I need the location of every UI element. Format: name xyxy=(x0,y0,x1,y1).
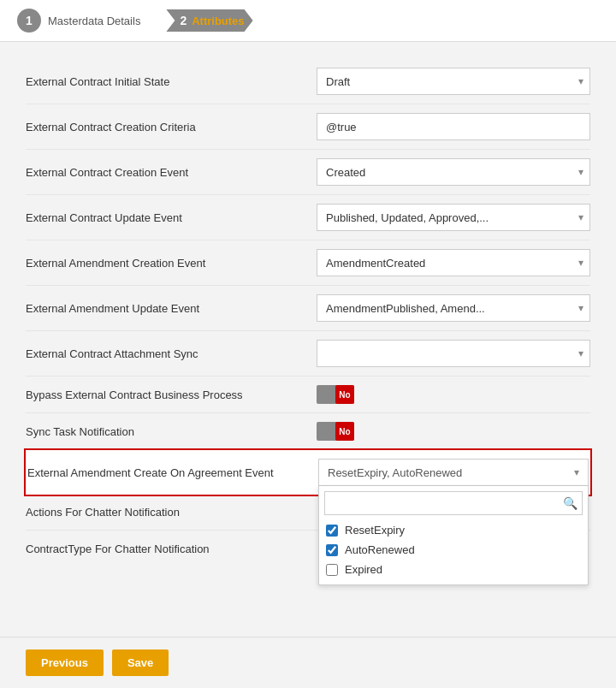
dropdown-search-wrap: 🔍 xyxy=(324,491,583,515)
field-row-creation-criteria: External Contract Creation Criteria xyxy=(26,104,590,150)
toggle-wrap-bypass: No xyxy=(317,385,590,404)
checkbox-expired[interactable] xyxy=(326,564,338,576)
search-icon: 🔍 xyxy=(563,496,578,510)
dropdown-option-resetexpiry: ResetExpiry xyxy=(324,520,583,540)
field-row-amendment-create-agreement-event: External Amendment Create On Agreement E… xyxy=(24,448,592,496)
step1-label: Masterdata Details xyxy=(48,15,140,27)
option-label-autorenewed: AutoRenewed xyxy=(345,543,415,556)
wizard-header: 1 Masterdata Details 2 Attributes xyxy=(0,0,616,42)
save-button[interactable]: Save xyxy=(112,649,169,676)
select-creation-event[interactable]: Created xyxy=(317,158,590,186)
field-row-amendment-creation-event: External Amendment Creation Event Amendm… xyxy=(26,240,590,286)
label-creation-event: External Contract Creation Event xyxy=(26,166,317,179)
toggle-sync-task-notification[interactable]: No xyxy=(317,422,354,441)
field-row-creation-event: External Contract Creation Event Created xyxy=(26,150,590,195)
control-update-event: Published, Updated, Approved,... xyxy=(317,204,590,231)
select-amendment-update-event[interactable]: AmendmentPublished, Amend... xyxy=(317,294,590,322)
label-attachment-sync: External Contract Attachment Sync xyxy=(26,347,317,360)
main-content: External Contract Initial State Draft Ex… xyxy=(0,42,616,637)
dropdown-option-autorenewed: AutoRenewed xyxy=(324,540,583,560)
label-amendment-creation-event: External Amendment Creation Event xyxy=(26,257,317,270)
step2-arrow-body[interactable]: 2 Attributes xyxy=(166,9,252,32)
dropdown-panel-agreement-event: 🔍 ResetExpiry AutoRenewed Expired xyxy=(318,486,589,585)
dropdown-option-expired: Expired xyxy=(324,560,583,579)
control-bypass-business-process: No xyxy=(317,385,590,404)
previous-button[interactable]: Previous xyxy=(26,649,104,676)
select-wrapper-update-event: Published, Updated, Approved,... xyxy=(317,204,590,231)
control-attachment-sync xyxy=(317,340,590,367)
select-wrapper-initial-state: Draft xyxy=(317,68,590,95)
footer-bar: Previous Save xyxy=(0,637,616,688)
field-row-attachment-sync: External Contract Attachment Sync xyxy=(26,331,590,377)
control-creation-criteria xyxy=(317,113,590,140)
select-update-event[interactable]: Published, Updated, Approved,... xyxy=(317,204,590,231)
control-amendment-update-event: AmendmentPublished, Amend... xyxy=(317,294,590,322)
page-container: 1 Masterdata Details 2 Attributes Extern… xyxy=(0,0,616,688)
field-row-sync-task-notification: Sync Task Notification No xyxy=(26,413,590,450)
dropdown-chevron-icon: ▾ xyxy=(574,466,579,478)
select-external-contract-initial-state[interactable]: Draft xyxy=(317,68,590,95)
control-external-contract-initial-state: Draft xyxy=(317,68,590,95)
checkbox-autorenewed[interactable] xyxy=(326,544,338,556)
input-creation-criteria[interactable] xyxy=(317,113,590,140)
label-sync-task-notification: Sync Task Notification xyxy=(26,425,317,438)
label-amendment-update-event: External Amendment Update Event xyxy=(26,302,317,315)
dropdown-selected-value: ResetExpiry, AutoRenewed xyxy=(328,466,462,479)
field-row-bypass-business-process: Bypass External Contract Business Proces… xyxy=(26,377,590,413)
toggle-thumb-sync: No xyxy=(335,422,354,441)
label-creation-criteria: External Contract Creation Criteria xyxy=(26,121,317,133)
label-update-event: External Contract Update Event xyxy=(26,211,317,224)
dropdown-selected-agreement-event[interactable]: ResetExpiry, AutoRenewed ▾ xyxy=(318,459,589,486)
field-row-update-event: External Contract Update Event Published… xyxy=(26,195,590,240)
label-external-contract-initial-state: External Contract Initial State xyxy=(26,75,317,88)
select-wrapper-amendment-creation: AmendmentCreated xyxy=(317,249,590,276)
checkbox-resetexpiry[interactable] xyxy=(326,525,338,537)
wizard-step-1: 1 Masterdata Details xyxy=(17,9,166,33)
label-bypass-business-process: Bypass External Contract Business Proces… xyxy=(26,388,317,401)
dropdown-open-wrap-agreement-event: ResetExpiry, AutoRenewed ▾ 🔍 ResetExpiry xyxy=(318,459,589,486)
toggle-bypass-business-process[interactable]: No xyxy=(317,385,354,404)
label-actions-chatter: Actions For Chatter Notification xyxy=(26,506,317,519)
control-creation-event: Created xyxy=(317,158,590,186)
option-label-resetexpiry: ResetExpiry xyxy=(345,524,405,537)
dropdown-search-input[interactable] xyxy=(324,491,583,515)
select-wrapper-creation-event: Created xyxy=(317,158,590,186)
option-label-expired: Expired xyxy=(345,563,382,576)
control-sync-task-notification: No xyxy=(317,422,590,441)
step2-number: 2 xyxy=(180,14,187,27)
field-row-external-contract-initial-state: External Contract Initial State Draft xyxy=(26,59,590,104)
label-amendment-create-agreement-event: External Amendment Create On Agreement E… xyxy=(27,466,318,479)
step2-arrow: 2 Attributes xyxy=(166,9,252,32)
step2-label: Attributes xyxy=(192,15,244,27)
field-row-amendment-update-event: External Amendment Update Event Amendmen… xyxy=(26,286,590,331)
select-wrapper-attachment-sync xyxy=(317,340,590,367)
toggle-thumb-bypass: No xyxy=(335,385,354,404)
step1-number: 1 xyxy=(17,9,41,33)
select-amendment-creation-event[interactable]: AmendmentCreated xyxy=(317,249,590,276)
select-attachment-sync[interactable] xyxy=(317,340,590,367)
control-amendment-create-agreement-event: ResetExpiry, AutoRenewed ▾ 🔍 ResetExpiry xyxy=(318,459,589,486)
toggle-wrap-sync: No xyxy=(317,422,590,441)
label-contracttype-chatter: ContractType For Chatter Notification xyxy=(26,543,317,555)
control-amendment-creation-event: AmendmentCreated xyxy=(317,249,590,276)
select-wrapper-amendment-update: AmendmentPublished, Amend... xyxy=(317,294,590,322)
